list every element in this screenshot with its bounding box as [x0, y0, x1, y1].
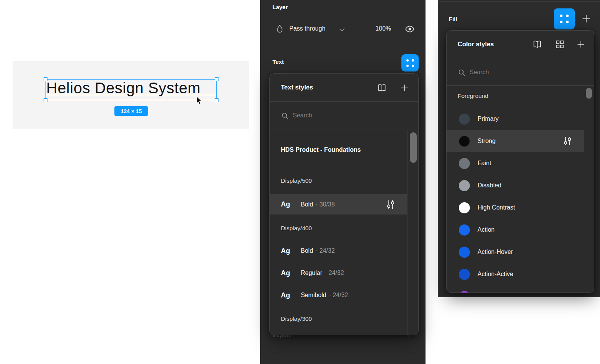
text-styles-popup: Text styles HDS Product - Foundations: [269, 73, 419, 335]
style-library-name: HDS Product - Foundations: [281, 146, 361, 153]
color-swatch: [459, 202, 470, 213]
style-library-button[interactable]: [532, 39, 543, 50]
color-style-row[interactable]: Action-Active: [447, 263, 584, 285]
color-styles-popup: Color styles: [446, 30, 594, 293]
blend-mode-row: Pass through 100%: [260, 20, 426, 38]
style-group-label: Display/300: [281, 315, 312, 322]
blend-mode-select[interactable]: Pass through: [289, 25, 325, 32]
chevron-down-icon[interactable]: [339, 28, 345, 32]
color-style-row[interactable]: Faint: [447, 152, 584, 174]
eye-icon[interactable]: [405, 25, 415, 33]
color-swatch: [459, 136, 470, 147]
color-style-row[interactable]: Strong: [447, 130, 584, 152]
size-badge: 124 × 15: [114, 106, 148, 116]
app-root: Helios Design System 124 × 15 Layer Pass…: [0, 0, 600, 364]
add-color-style-button[interactable]: [576, 39, 586, 50]
color-style-row[interactable]: Action: [447, 219, 584, 241]
sliders-icon[interactable]: [386, 200, 395, 210]
style-library-button[interactable]: [377, 83, 387, 93]
color-style-row[interactable]: Disabled: [447, 174, 584, 197]
selection-handle-bottom-left[interactable]: [44, 98, 47, 102]
color-style-row[interactable]: High Contrast: [447, 197, 584, 219]
color-style-row[interactable]: Highlight: [447, 285, 584, 293]
text-section-title: Text: [272, 58, 284, 65]
fill-section-title: Fill: [449, 16, 457, 22]
color-swatch: [459, 269, 470, 280]
grid-view-button[interactable]: [554, 39, 565, 50]
color-swatch: [459, 247, 470, 258]
color-swatch: [459, 224, 470, 236]
style-sample: Ag: [281, 269, 301, 277]
text-baseline-indicator: [46, 95, 217, 95]
text-styles-scrollbar[interactable]: [410, 132, 417, 163]
text-style-row[interactable]: Ag Bold · 24/32: [270, 240, 407, 262]
style-sample: Ag: [281, 291, 301, 299]
selection-handle-top-right[interactable]: [215, 77, 218, 81]
text-style-applied-button[interactable]: [401, 54, 419, 72]
selection-handle-bottom-right[interactable]: [215, 98, 218, 102]
selection-handle-top-left[interactable]: [44, 77, 47, 81]
color-swatch: [459, 114, 470, 125]
style-group-label: Display/500: [281, 177, 312, 184]
style-sample: Ag: [281, 247, 301, 255]
selection-bounding-box: [46, 79, 217, 100]
add-text-style-button[interactable]: [399, 83, 410, 93]
plus-icon: [400, 84, 409, 92]
color-styles-search-input[interactable]: [470, 69, 561, 76]
search-icon: [281, 112, 289, 120]
add-fill-button[interactable]: [582, 14, 591, 23]
color-swatch: [459, 291, 470, 293]
layer-section-title: Layer: [272, 4, 288, 10]
fill-properties-panel: Fill Color styles: [438, 0, 600, 297]
sliders-icon[interactable]: [563, 136, 572, 146]
fill-style-applied-button[interactable]: [554, 8, 575, 29]
layer-opacity-value[interactable]: 100%: [369, 25, 391, 32]
mouse-cursor-icon: [194, 96, 204, 106]
style-group-label: Display/400: [281, 225, 312, 232]
plus-icon: [577, 40, 585, 49]
color-styles-scrollbar[interactable]: [586, 88, 592, 99]
book-icon: [377, 83, 387, 93]
droplet-icon: [276, 24, 284, 34]
book-icon: [532, 40, 542, 49]
text-styles-popup-title: Text styles: [281, 84, 313, 91]
text-styles-search-input[interactable]: [293, 112, 385, 119]
text-style-row[interactable]: Ag Regular · 24/32: [270, 262, 407, 284]
style-sample: Ag: [281, 200, 301, 208]
color-style-row[interactable]: Primary: [447, 108, 584, 130]
text-style-row[interactable]: Ag Semibold · 24/32: [270, 284, 407, 306]
color-swatch: [459, 158, 470, 169]
color-style-row[interactable]: Action-Hover: [447, 241, 584, 263]
text-style-row[interactable]: Ag Bold · 30/38: [270, 194, 407, 214]
color-styles-popup-title: Color styles: [458, 41, 494, 48]
grid-icon: [555, 40, 564, 49]
color-swatch: [459, 180, 470, 191]
color-group-label: Foreground: [458, 93, 488, 99]
layer-properties-panel: Layer Pass through 100% Text Export +: [260, 0, 426, 364]
search-icon: [458, 68, 466, 77]
